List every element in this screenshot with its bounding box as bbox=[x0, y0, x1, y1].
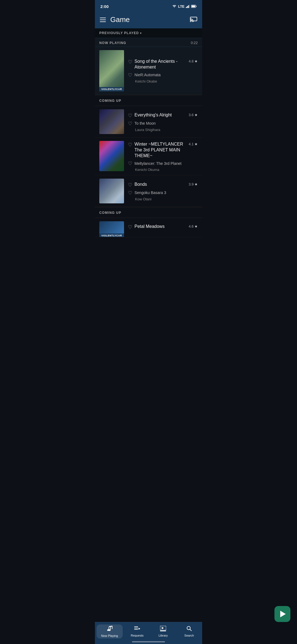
rating-value: 3.9 bbox=[189, 182, 194, 186]
game-heart-icon[interactable]: ♡ bbox=[128, 190, 132, 196]
now-playing-title: Song of the Ancients - Atonement bbox=[134, 59, 186, 70]
track-info: ♡ Bonds 3.9 ★ ♡ Sengoku Basara 3 Kow Ota… bbox=[128, 179, 198, 203]
heart-icon[interactable]: ♡ bbox=[128, 142, 132, 148]
track-item-partial[interactable]: VIOLENTLYCAR ♡ Petal Meadows 4.6 ★ bbox=[95, 218, 202, 237]
now-playing-composer: Keiichi Okabe bbox=[128, 79, 198, 83]
partial-thumb-label: VIOLENTLYCAR bbox=[99, 233, 124, 237]
track-thumb bbox=[99, 141, 124, 171]
rating-value: 4.1 bbox=[189, 142, 194, 146]
star-icon: ★ bbox=[194, 182, 198, 186]
track-info: ♡ Everything's Alright 3.6 ★ ♡ To the Mo… bbox=[128, 109, 198, 134]
track-rating: 4.6 ★ bbox=[189, 224, 198, 228]
coming-up-section-2: COMING UP bbox=[95, 207, 202, 218]
track-item[interactable]: ♡ Bonds 3.9 ★ ♡ Sengoku Basara 3 Kow Ota… bbox=[95, 175, 202, 207]
coming-up-label: COMING UP bbox=[99, 99, 121, 103]
track-game: To the Moon bbox=[134, 121, 156, 125]
track-title: Winter ~MELTYLANCER The 3rd PLANET MAIN … bbox=[134, 141, 186, 159]
svg-rect-2 bbox=[188, 5, 189, 8]
track-thumb bbox=[99, 179, 124, 203]
now-playing-label: NOW PLAYING bbox=[99, 41, 126, 45]
wifi-icon bbox=[172, 5, 177, 8]
star-icon: ★ bbox=[194, 142, 198, 146]
previously-played-label: PREVIOUSLY PLAYED bbox=[99, 31, 139, 35]
track-game-row: ♡ To the Moon bbox=[128, 120, 198, 127]
star-icon: ★ bbox=[194, 224, 198, 228]
game-heart-icon[interactable]: ♡ bbox=[128, 72, 132, 78]
coming-up-2-label: COMING UP bbox=[99, 211, 121, 215]
now-playing-game-row: ♡ NieR:Automata bbox=[128, 72, 198, 78]
previously-played-toggle[interactable]: PREVIOUSLY PLAYED ▾ bbox=[99, 31, 198, 35]
heart-icon[interactable]: ♡ bbox=[128, 59, 132, 65]
top-nav: Game bbox=[95, 12, 202, 28]
now-playing-track[interactable]: VIOLENTLYCAR ♡ Song of the Ancients - At… bbox=[95, 47, 202, 95]
svg-rect-3 bbox=[189, 5, 190, 8]
coming-up-section: COMING UP bbox=[95, 95, 202, 106]
svg-rect-6 bbox=[192, 6, 195, 7]
svg-point-8 bbox=[190, 21, 191, 22]
heart-icon[interactable]: ♡ bbox=[128, 182, 132, 188]
rating-value: 3.6 bbox=[189, 113, 194, 117]
status-time: 2:00 bbox=[100, 4, 109, 9]
track-title: Petal Meadows bbox=[134, 224, 186, 230]
game-heart-icon[interactable]: ♡ bbox=[128, 121, 132, 127]
now-playing-time: 0:22 bbox=[191, 41, 198, 45]
signal-icon bbox=[186, 5, 190, 8]
track-title: Bonds bbox=[134, 182, 186, 187]
track-composer: Kenichi Okuma bbox=[128, 168, 198, 172]
battery-icon bbox=[191, 5, 197, 8]
now-playing-thumb: VIOLENTLYCAR bbox=[99, 50, 124, 91]
now-playing-rating: 4.8 ★ bbox=[189, 59, 198, 63]
track-title-row: ♡ Bonds 3.9 ★ bbox=[128, 182, 198, 188]
track-info: ♡ Winter ~MELTYLANCER The 3rd PLANET MAI… bbox=[128, 141, 198, 172]
thumb-label: VIOLENTLYCAR bbox=[99, 87, 124, 91]
star-icon: ★ bbox=[194, 59, 198, 63]
rating-value: 4.6 bbox=[189, 224, 194, 228]
track-item[interactable]: ♡ Everything's Alright 3.6 ★ ♡ To the Mo… bbox=[95, 106, 202, 138]
track-info: ♡ Petal Meadows 4.6 ★ bbox=[128, 221, 198, 234]
page-title: Game bbox=[110, 15, 130, 24]
now-playing-title-row: ♡ Song of the Ancients - Atonement 4.8 ★ bbox=[128, 59, 198, 70]
cast-icon bbox=[190, 16, 197, 22]
track-item[interactable]: ♡ Winter ~MELTYLANCER The 3rd PLANET MAI… bbox=[95, 138, 202, 175]
lte-label: LTE bbox=[178, 4, 185, 9]
track-title: Everything's Alright bbox=[134, 112, 186, 118]
rating-value: 4.8 bbox=[189, 59, 194, 63]
heart-icon[interactable]: ♡ bbox=[128, 113, 132, 119]
svg-rect-0 bbox=[186, 7, 187, 8]
star-icon: ★ bbox=[194, 113, 198, 117]
nav-left: Game bbox=[100, 15, 130, 24]
track-game: Meltylancer: The 3rd Planet bbox=[134, 161, 182, 166]
game-heart-icon[interactable]: ♡ bbox=[128, 160, 132, 167]
now-playing-section: NOW PLAYING 0:22 VIOLENTLYCAR ♡ Song of … bbox=[95, 38, 202, 95]
track-rating: 3.9 ★ bbox=[189, 182, 198, 186]
track-composer: Laura Shigihara bbox=[128, 128, 198, 132]
track-game-row: ♡ Sengoku Basara 3 bbox=[128, 190, 198, 196]
cast-button[interactable] bbox=[190, 16, 197, 24]
track-rating: 4.1 ★ bbox=[189, 142, 198, 146]
track-rating: 3.6 ★ bbox=[189, 113, 198, 117]
menu-button[interactable] bbox=[100, 18, 106, 22]
now-playing-header: NOW PLAYING 0:22 bbox=[95, 38, 202, 47]
track-title-row: ♡ Everything's Alright 3.6 ★ bbox=[128, 112, 198, 119]
status-icons: LTE bbox=[172, 4, 197, 9]
heart-icon[interactable]: ♡ bbox=[128, 224, 132, 230]
track-thumb: VIOLENTLYCAR bbox=[99, 221, 124, 237]
now-playing-info: ♡ Song of the Ancients - Atonement 4.8 ★… bbox=[128, 50, 198, 91]
now-playing-game: NieR:Automata bbox=[134, 73, 161, 77]
track-composer: Kow Otani bbox=[128, 197, 198, 201]
status-bar: 2:00 LTE bbox=[95, 0, 202, 12]
track-title-row: ♡ Winter ~MELTYLANCER The 3rd PLANET MAI… bbox=[128, 141, 198, 159]
previously-played-section: PREVIOUSLY PLAYED ▾ bbox=[95, 28, 202, 38]
svg-rect-5 bbox=[196, 6, 197, 7]
svg-rect-1 bbox=[187, 6, 188, 8]
track-title-row: ♡ Petal Meadows 4.6 ★ bbox=[128, 224, 198, 230]
track-thumb bbox=[99, 109, 124, 134]
scroll-content: PREVIOUSLY PLAYED ▾ NOW PLAYING 0:22 VIO… bbox=[95, 28, 202, 259]
track-game-row: ♡ Meltylancer: The 3rd Planet bbox=[128, 160, 198, 167]
track-game: Sengoku Basara 3 bbox=[134, 190, 166, 195]
chevron-down-icon: ▾ bbox=[140, 32, 142, 35]
